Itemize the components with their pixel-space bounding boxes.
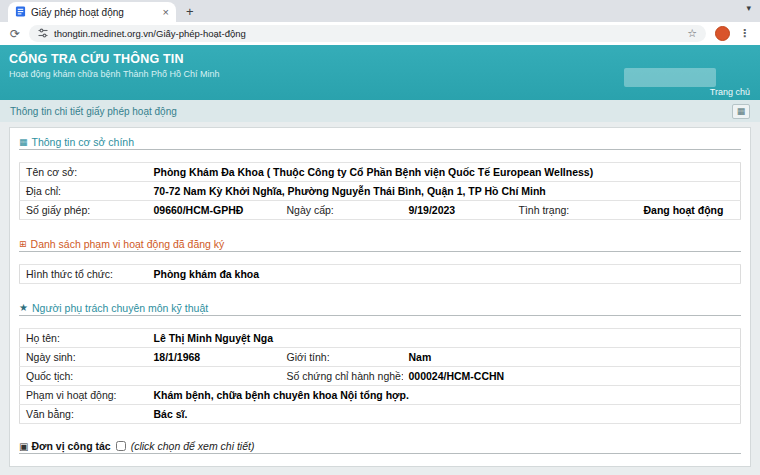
person-name-value: Lê Thị Minh Nguyệt Nga xyxy=(148,329,741,348)
degree-value: Bác sĩ. xyxy=(148,405,741,424)
workplace-label: Đơn vị công tác xyxy=(31,440,110,452)
section-bar: Thông tin chi tiết giấy phép hoạt động ▦ xyxy=(0,100,760,122)
nationality-value xyxy=(148,367,281,386)
facility-address-label: Địa chỉ: xyxy=(20,182,148,201)
url-text: thongtin.medinet.org.vn/Giấy-phép-hoạt-đ… xyxy=(54,28,681,39)
gender-label: Giới tính: xyxy=(281,348,403,367)
practice-scope-label: Phạm vi hoạt động: xyxy=(20,386,148,405)
table-row: Phạm vi hoạt động: Khám bệnh, chữa bệnh … xyxy=(20,386,741,405)
menu-kebab-icon[interactable]: ⋮ xyxy=(739,27,750,40)
certificate-value: 000024/HCM-CCHN xyxy=(403,367,741,386)
page-title: Thông tin chi tiết giấy phép hoạt động xyxy=(10,106,177,117)
status-value: Đang hoạt động xyxy=(638,201,741,220)
person-legend: Người phụ trách chuyên môn kỹ thuật xyxy=(32,302,208,314)
table-row: Tên cơ sở: Phòng Khám Đa Khoa ( Thuộc Cô… xyxy=(20,163,741,182)
chevron-down-icon[interactable]: ▾ xyxy=(746,3,751,13)
site-title: CỔNG TRA CỨU THÔNG TIN xyxy=(9,52,760,66)
url-bar[interactable]: thongtin.medinet.org.vn/Giấy-phép-hoạt-đ… xyxy=(29,25,706,42)
workplace-checkbox[interactable] xyxy=(116,441,126,451)
table-row: Họ tên: Lê Thị Minh Nguyệt Nga xyxy=(20,329,741,348)
workplace-section-header[interactable]: ▣ Đơn vị công tác (click chọn để xem chi… xyxy=(19,438,741,454)
facility-table: Tên cơ sở: Phòng Khám Đa Khoa ( Thuộc Cô… xyxy=(19,162,741,220)
license-number-value: 09660/HCM-GPHĐ xyxy=(148,201,281,220)
tab-favicon-icon xyxy=(15,6,26,19)
degree-label: Văn bằng: xyxy=(20,405,148,424)
reload-icon[interactable]: ⟳ xyxy=(10,28,20,40)
close-tab-icon[interactable]: × xyxy=(163,6,169,18)
facility-name-label: Tên cơ sở: xyxy=(20,163,148,182)
header-search-box[interactable] xyxy=(624,68,716,87)
table-row: Ngày sinh: 18/1/1968 Giới tính: Nam xyxy=(20,348,741,367)
facility-name-value: Phòng Khám Đa Khoa ( Thuộc Công ty Cổ Ph… xyxy=(148,163,741,182)
workplace-icon: ▣ xyxy=(19,441,28,452)
new-tab-button[interactable]: + xyxy=(186,5,194,18)
star-icon: ★ xyxy=(19,303,28,313)
gender-value: Nam xyxy=(403,348,741,367)
table-row: Văn bằng: Bác sĩ. xyxy=(20,405,741,424)
org-type-value: Phòng khám đa khoa xyxy=(148,265,741,284)
person-name-label: Họ tên: xyxy=(20,329,148,348)
tab-strip: Giấy phép hoạt động × + ▾ xyxy=(0,0,760,22)
home-link[interactable]: Trang chủ xyxy=(710,87,750,97)
site-info-icon[interactable] xyxy=(38,28,48,40)
practice-scope-value: Khám bệnh, chữa bệnh chuyên khoa Nội tổn… xyxy=(148,386,741,405)
table-row: Số giấy phép: 09660/HCM-GPHĐ Ngày cấp: 9… xyxy=(20,201,741,220)
license-number-label: Số giấy phép: xyxy=(20,201,148,220)
site-header: CỔNG TRA CỨU THÔNG TIN Hoạt động khám ch… xyxy=(0,45,760,100)
dob-value: 18/1/1968 xyxy=(148,348,281,367)
org-type-label: Hình thức tổ chức: xyxy=(20,265,148,284)
facility-legend: Thông tin cơ sở chính xyxy=(32,136,135,148)
table-row: Quốc tịch: Số chứng chỉ hành nghề: 00002… xyxy=(20,367,741,386)
person-section-header: ★ Người phụ trách chuyên môn kỹ thuật xyxy=(19,300,741,316)
grid-view-icon[interactable]: ▦ xyxy=(732,104,750,119)
certificate-label: Số chứng chỉ hành nghề: xyxy=(281,367,403,386)
facility-section-icon: ▦ xyxy=(19,138,28,147)
status-label: Tình trạng: xyxy=(513,201,638,220)
issue-date-label: Ngày cấp: xyxy=(281,201,403,220)
license-detail-panel: ▦ Thông tin cơ sở chính Tên cơ sở: Phòng… xyxy=(9,127,751,467)
workplace-hint: (click chọn để xem chi tiết) xyxy=(131,440,255,452)
facility-address-value: 70-72 Nam Kỳ Khởi Nghĩa, Phường Nguyễn T… xyxy=(148,182,741,201)
expand-icon: ⊞ xyxy=(19,240,27,249)
registered-scope-label: Danh sách phạm vi hoạt động đã đăng ký xyxy=(31,238,225,250)
org-type-table: Hình thức tổ chức: Phòng khám đa khoa xyxy=(19,264,741,284)
navigation-bar: ⟳ thongtin.medinet.org.vn/Giấy-phép-hoạt… xyxy=(0,22,760,45)
bookmark-star-icon[interactable]: ☆ xyxy=(687,27,697,40)
registered-scope-link[interactable]: ⊞ Danh sách phạm vi hoạt động đã đăng ký xyxy=(19,236,741,252)
profile-avatar[interactable] xyxy=(715,26,730,41)
tab-title: Giấy phép hoạt động xyxy=(31,7,158,18)
dob-label: Ngày sinh: xyxy=(20,348,148,367)
browser-tab[interactable]: Giấy phép hoạt động × xyxy=(8,2,176,22)
issue-date-value: 9/19/2023 xyxy=(403,201,513,220)
nationality-label: Quốc tịch: xyxy=(20,367,148,386)
table-row: Địa chỉ: 70-72 Nam Kỳ Khởi Nghĩa, Phường… xyxy=(20,182,741,201)
facility-section-header: ▦ Thông tin cơ sở chính xyxy=(19,134,741,150)
person-table: Họ tên: Lê Thị Minh Nguyệt Nga Ngày sinh… xyxy=(19,328,741,424)
table-row: Hình thức tổ chức: Phòng khám đa khoa xyxy=(20,265,741,284)
